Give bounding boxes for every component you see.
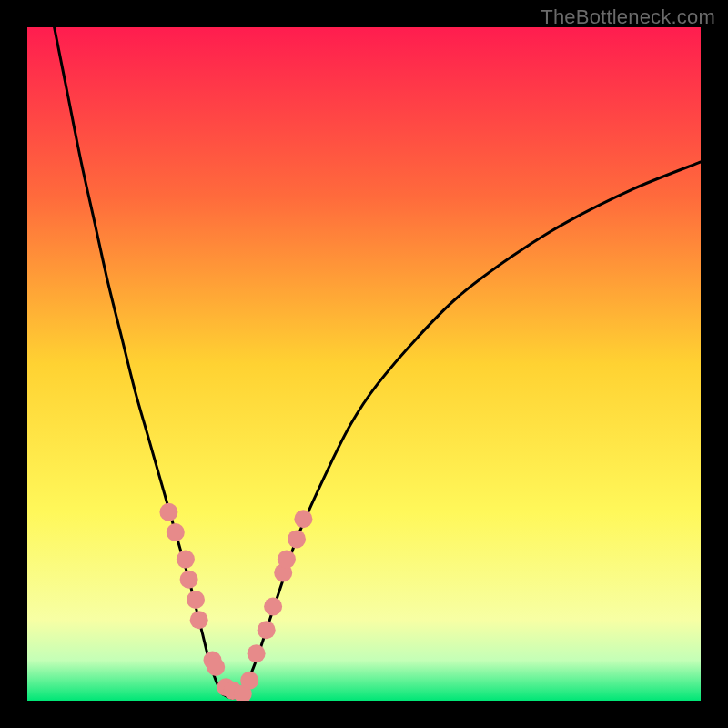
marker-point bbox=[264, 597, 282, 615]
marker-point bbox=[167, 523, 185, 541]
series-right-curve bbox=[243, 162, 701, 694]
plot-area bbox=[27, 27, 701, 701]
marker-point bbox=[258, 621, 276, 639]
marker-point bbox=[240, 672, 258, 690]
marker-point bbox=[294, 510, 312, 528]
watermark-text: TheBottleneck.com bbox=[541, 5, 715, 29]
marker-point bbox=[180, 571, 198, 589]
marker-point bbox=[248, 644, 266, 662]
curve-layer bbox=[27, 27, 701, 701]
marker-point bbox=[288, 530, 306, 548]
chart-frame: TheBottleneck.com bbox=[0, 0, 728, 728]
marker-point bbox=[207, 658, 225, 676]
marker-point bbox=[278, 551, 296, 569]
marker-point bbox=[159, 503, 177, 521]
marker-point bbox=[187, 591, 205, 609]
marker-point bbox=[190, 611, 208, 629]
marker-point bbox=[177, 551, 195, 569]
